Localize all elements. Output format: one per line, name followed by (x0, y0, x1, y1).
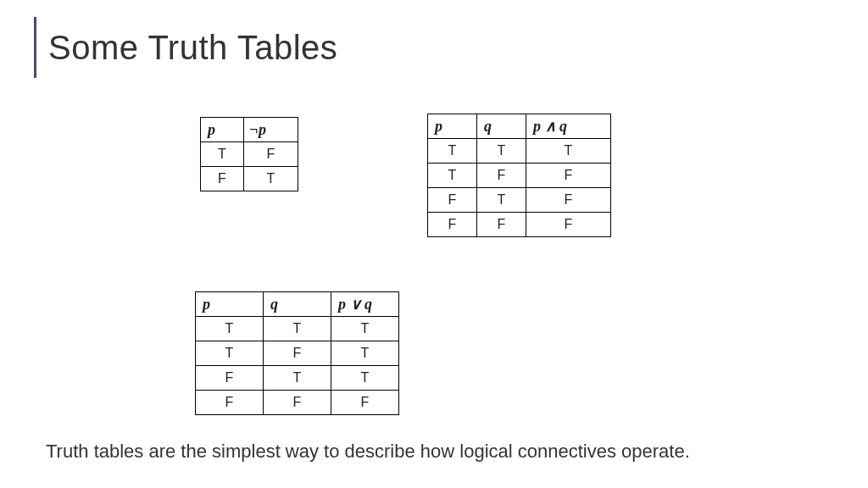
table-row: F F F (428, 213, 611, 237)
table-row: F T T (196, 366, 399, 391)
cell: T (196, 341, 264, 366)
cell: F (477, 213, 526, 237)
cell: T (331, 366, 399, 391)
col-header: p (201, 118, 244, 142)
slide-title-block: Some Truth Tables (34, 17, 337, 78)
cell: T (428, 164, 477, 188)
cell: F (264, 391, 331, 415)
cell: F (428, 188, 477, 213)
truth-table-conjunction: p q p ∧ q T T T T F F F T F F F F (427, 114, 611, 237)
table-row: F T (201, 167, 298, 191)
cell: T (477, 188, 526, 213)
col-header: p ∨ q (331, 292, 399, 317)
col-header: q (264, 292, 331, 317)
col-header: ¬p (244, 118, 298, 142)
cell: F (201, 167, 244, 191)
cell: T (196, 317, 264, 341)
table-row: T F F (428, 164, 611, 188)
cell: T (201, 142, 244, 167)
slide-caption: Truth tables are the simplest way to des… (46, 441, 690, 463)
cell: F (477, 164, 526, 188)
table-row: F F F (196, 391, 399, 415)
truth-table-disjunction: p q p ∨ q T T T T F T F T T F F F (195, 291, 399, 415)
cell: T (264, 317, 331, 341)
cell: F (264, 341, 331, 366)
col-header: p ∧ q (526, 114, 611, 139)
truth-table-negation: p ¬p T F F T (200, 117, 298, 191)
table-row: T F T (196, 341, 399, 366)
cell: T (244, 167, 298, 191)
slide-title: Some Truth Tables (48, 29, 337, 67)
cell: T (428, 139, 477, 164)
col-header: q (477, 114, 526, 139)
table-row: F T F (428, 188, 611, 213)
cell: T (264, 366, 331, 391)
cell: F (526, 164, 611, 188)
cell: T (331, 341, 399, 366)
cell: F (331, 391, 399, 415)
table-row: T F (201, 142, 298, 167)
cell: F (526, 188, 611, 213)
col-header: p (428, 114, 477, 139)
table-row: T T T (428, 139, 611, 164)
title-accent-bar (34, 17, 36, 78)
table-row: T T T (196, 317, 399, 341)
col-header: p (196, 292, 264, 317)
cell: F (196, 391, 264, 415)
cell: F (526, 213, 611, 237)
cell: F (244, 142, 298, 167)
cell: F (428, 213, 477, 237)
cell: F (196, 366, 264, 391)
cell: T (477, 139, 526, 164)
cell: T (331, 317, 399, 341)
cell: T (526, 139, 611, 164)
